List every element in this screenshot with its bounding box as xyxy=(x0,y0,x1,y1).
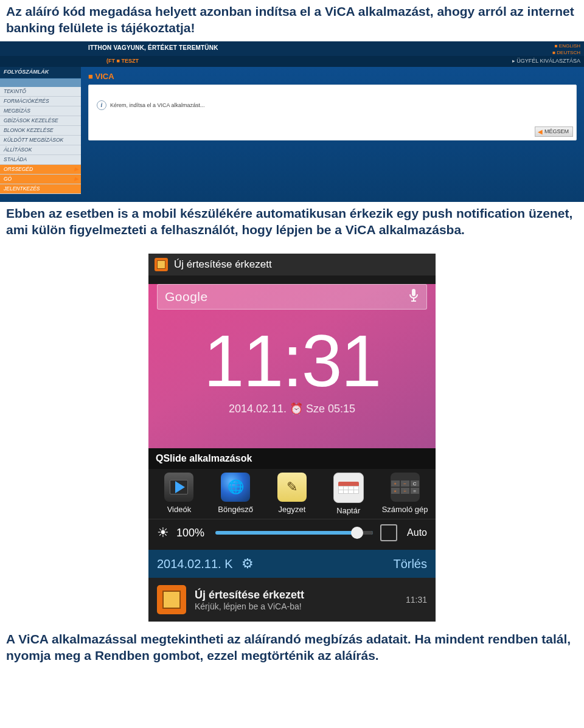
brightness-slider[interactable] xyxy=(215,531,373,535)
bank-tagline: ITTHON VAGYUNK, ÉRTÉKET TEREMTÜNK xyxy=(88,44,218,51)
qslide-label: Számoló gép xyxy=(379,505,431,514)
megsem-label: MÉGSEM xyxy=(544,128,569,134)
clock-time: 11:31 xyxy=(148,324,436,397)
globe-icon: 🌐 xyxy=(221,473,250,502)
bank-screenshot: ITTHON VAGYUNK, ÉRTÉKET TEREMTÜNK ■ ENGL… xyxy=(0,41,584,202)
sidebar-item[interactable]: TEKINTŐ xyxy=(0,87,81,97)
lockscreen-wallpaper: Google 11:31 2014.02.11. ⏰ Sze 05:15 xyxy=(148,284,436,448)
calculator-icon: +−C ×÷= xyxy=(391,473,420,502)
bank-sidebar: FOLYÓSZÁMLÁK TEKINTŐ FORMÁCIÓKÉRÉS MEGBÍ… xyxy=(0,67,81,202)
calendar-icon xyxy=(333,473,364,503)
qslide-app-browser[interactable]: 🌐 Böngésző xyxy=(209,473,262,515)
qslide-label: Jegyzet xyxy=(266,505,318,514)
megsem-button[interactable]: ◀ MÉGSEM xyxy=(535,127,573,137)
language-links: ■ ENGLISH ■ DEUTSCH xyxy=(552,43,580,56)
google-label: Google xyxy=(165,289,208,304)
sidebar-go[interactable]: GÓ▶ xyxy=(0,175,81,184)
bank-topbar: ITTHON VAGYUNK, ÉRTÉKET TEREMTÜNK ■ ENGL… xyxy=(0,41,584,56)
qslide-label: Böngésző xyxy=(209,505,262,514)
middle-paragraph: Ebben az esetben is a mobil készülékére … xyxy=(0,202,584,243)
sidebar-item[interactable]: FORMÁCIÓKÉRÉS xyxy=(0,97,81,106)
sidebar-item[interactable]: STALÁDA xyxy=(0,155,81,165)
vica-title: ■ VICA xyxy=(88,72,577,81)
qslide-label: Naptár xyxy=(322,506,375,515)
notification-text: Új értesítése érkezett Kérjük, lépjen be… xyxy=(195,589,397,611)
torles-button[interactable]: Törlés xyxy=(393,557,427,571)
notification-subtitle: Kérjük, lépjen be a ViCA-ba! xyxy=(195,601,397,611)
outro-paragraph: A ViCA alkalmazással megtekintheti az al… xyxy=(0,628,584,669)
ugyfel-kivalasztasa[interactable]: ▸ ÜGYFÉL KIVÁLASZTÁSA xyxy=(512,58,580,64)
qslide-header: QSlide alkalmazások xyxy=(148,448,436,469)
vica-panel: i Kérem, indítsa el a VICA alkalmazást..… xyxy=(88,85,577,140)
qslide-app-row: Videók 🌐 Böngésző ✎ Jegyzet xyxy=(148,469,436,519)
microphone-icon[interactable] xyxy=(408,288,419,306)
notification-time: 11:31 xyxy=(406,595,427,605)
sidebar-item[interactable]: GBÍZÁSOK KEZELÉSE xyxy=(0,116,81,126)
notification-title: Új értesítése érkezett xyxy=(195,589,397,601)
bank-subbar: (FT ■ TESZT ▸ ÜGYFÉL KIVÁLASZTÁSA xyxy=(0,56,584,67)
note-icon: ✎ xyxy=(277,473,307,502)
sidebar-category[interactable]: FOLYÓSZÁMLÁK xyxy=(0,67,81,78)
sidebar-spacer xyxy=(0,78,81,87)
qslide-app-calc[interactable]: +−C ×÷= Számoló gép xyxy=(379,473,431,515)
status-bar[interactable]: Új értesítése érkezett xyxy=(148,254,436,276)
vica-app-icon xyxy=(157,585,186,614)
gear-icon[interactable]: ⚙ xyxy=(242,556,254,572)
auto-label: Auto xyxy=(407,527,427,538)
intro-paragraph: Az aláíró kód megadása helyett azonban i… xyxy=(0,0,584,41)
google-search-bar[interactable]: Google xyxy=(157,284,427,310)
auto-brightness-checkbox[interactable] xyxy=(380,524,397,541)
bank-body: FOLYÓSZÁMLÁK TEKINTŐ FORMÁCIÓKÉRÉS MEGBÍ… xyxy=(0,67,584,202)
clock-date: 2014.02.11. ⏰ Sze 05:15 xyxy=(148,402,436,415)
ft-teszt-label: (FT ■ TESZT xyxy=(106,58,139,64)
sidebar-kijelentkezes[interactable]: JELENTKEZÉS xyxy=(0,184,81,194)
date-text: 2014.02.11. K xyxy=(157,557,233,571)
back-arrow-icon: ◀ xyxy=(538,128,543,135)
notification-row[interactable]: Új értesítése érkezett Kérjük, lépjen be… xyxy=(148,578,436,622)
sidebar-gyorsseged[interactable]: ORSSEGÉD▶ xyxy=(0,165,81,175)
qslide-label: Videók xyxy=(153,505,205,514)
sidebar-item[interactable]: KÜLDÖTT MEGBÍZÁSOK xyxy=(0,136,81,145)
lang-deutsch[interactable]: ■ DEUTSCH xyxy=(552,49,580,56)
video-icon xyxy=(164,473,193,502)
vica-message-text: Kérem, indítsa el a VICA alkalmazást... xyxy=(110,102,205,108)
slider-thumb[interactable] xyxy=(351,527,363,539)
vica-info-message: i Kérem, indítsa el a VICA alkalmazást..… xyxy=(97,100,205,110)
chevron-right-icon: ▶ xyxy=(74,176,78,182)
qslide-app-note[interactable]: ✎ Jegyzet xyxy=(266,473,318,515)
lang-english[interactable]: ■ ENGLISH xyxy=(552,43,580,49)
sidebar-item[interactable]: MEGBÍZÁS xyxy=(0,106,81,116)
brightness-icon: ☀ xyxy=(157,525,169,541)
phone-screenshot: Új értesítése érkezett Google 11:31 2014… xyxy=(148,254,436,622)
info-icon: i xyxy=(97,100,106,110)
bank-main-panel: ■ VICA i Kérem, indítsa el a VICA alkalm… xyxy=(81,67,584,202)
date-settings-row: 2014.02.11. K ⚙ Törlés xyxy=(148,550,436,578)
qslide-app-video[interactable]: Videók xyxy=(153,473,205,515)
brightness-percent: 100% xyxy=(176,527,208,539)
sidebar-item[interactable]: ÁLLÍTÁSOK xyxy=(0,145,81,155)
brightness-row: ☀ 100% Auto xyxy=(148,519,436,550)
vica-app-icon xyxy=(155,258,168,271)
svg-rect-0 xyxy=(412,289,415,296)
sidebar-item[interactable]: BLONOK KEZELÉSE xyxy=(0,126,81,136)
status-notification-text: Új értesítése érkezett xyxy=(174,258,272,271)
chevron-right-icon: ▶ xyxy=(74,166,78,172)
qslide-app-calendar[interactable]: Naptár xyxy=(322,473,375,515)
